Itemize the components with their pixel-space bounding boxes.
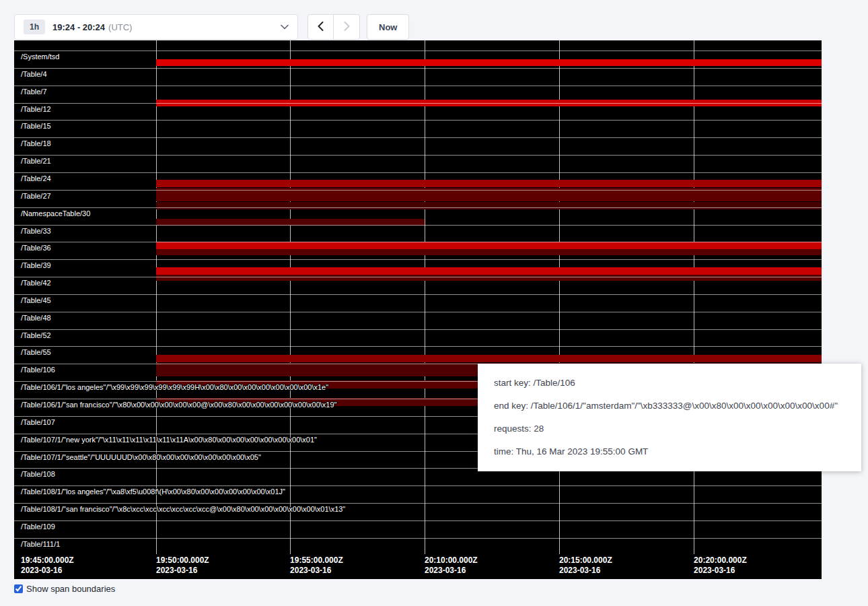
span-label: /Table/24	[21, 174, 51, 182]
axis-date: 2023-03-16	[156, 566, 209, 576]
span-row[interactable]: /Table/108/1/"los angeles"/"\xa8\xf5\u00…	[14, 485, 822, 503]
axis-time: 19:45:00.000Z	[21, 556, 74, 566]
range-duration-badge: 1h	[24, 20, 45, 34]
span-row[interactable]: /Table/108/1/"san francisco"/"\x8c\xcc\x…	[14, 503, 822, 520]
span-label: /Table/107	[21, 418, 55, 426]
span-row[interactable]: /Table/18	[14, 137, 822, 155]
span-boundary-line	[14, 346, 822, 347]
span-label: /Table/48	[21, 314, 51, 322]
span-label: /Table/12	[21, 105, 51, 113]
span-label: /Table/106/1/"los angeles"/"\x99\x99\x99…	[21, 383, 328, 391]
span-boundary-line	[14, 294, 822, 295]
range-text: 19:24 - 20:24	[52, 22, 105, 32]
chevron-left-icon	[318, 22, 324, 33]
next-interval-button[interactable]	[334, 14, 360, 40]
span-label: /Table/52	[21, 331, 51, 339]
timezone-label: (UTC)	[108, 22, 132, 32]
span-row[interactable]: /Table/33	[14, 225, 822, 242]
span-row[interactable]: /NamespaceTable/30	[14, 207, 822, 225]
span-label: /Table/111/1	[21, 540, 60, 548]
show-span-boundaries-checkbox[interactable]	[14, 584, 23, 593]
span-label: /Table/27	[21, 192, 51, 200]
span-row[interactable]: /Table/39	[14, 259, 822, 277]
span-row[interactable]: /Table/42	[14, 277, 822, 294]
chevron-down-icon	[281, 24, 289, 30]
span-boundary-line	[14, 329, 822, 330]
axis-date: 2023-03-16	[290, 566, 343, 576]
axis-time: 20:10:00.000Z	[425, 556, 478, 566]
span-boundary-line	[14, 120, 822, 121]
tooltip-time: time: Thu, 16 Mar 2023 19:55:00 GMT	[494, 440, 845, 463]
span-boundary-line	[14, 503, 822, 504]
span-row[interactable]: /Table/52	[14, 329, 822, 347]
span-label: /Table/108/1/"los angeles"/"\xa8\xf5\u00…	[21, 487, 285, 496]
time-axis-label: 19:50:00.000Z2023-03-16	[156, 556, 209, 576]
span-label: /Table/33	[21, 227, 51, 235]
span-boundary-line	[14, 50, 822, 51]
span-row[interactable]: /Table/7	[14, 86, 822, 103]
span-row[interactable]: /Table/36	[14, 242, 822, 259]
span-row[interactable]: /Table/48	[14, 312, 822, 329]
tooltip-requests: requests: 28	[494, 417, 845, 440]
span-label: /Table/106	[21, 366, 55, 374]
span-row[interactable]: /System/tsd	[14, 50, 822, 68]
span-label: /NamespaceTable/30	[21, 209, 90, 217]
span-boundary-line	[14, 103, 822, 104]
span-label: /Table/55	[21, 348, 51, 356]
span-boundary-line	[14, 86, 822, 86]
span-boundary-line	[14, 172, 822, 173]
span-row[interactable]: /Table/4	[14, 68, 822, 86]
span-row[interactable]: /Table/27	[14, 190, 822, 207]
span-boundary-line	[14, 190, 822, 191]
span-row[interactable]: /Table/21	[14, 155, 822, 172]
span-boundaries-control: Show span boundaries	[14, 584, 115, 594]
axis-time: 19:55:00.000Z	[290, 556, 343, 566]
axis-date: 2023-03-16	[425, 566, 478, 576]
time-range-selector[interactable]: 1h 19:24 - 20:24 (UTC)	[14, 14, 298, 40]
span-label: /Table/42	[21, 279, 51, 287]
span-boundary-line	[14, 68, 822, 69]
span-row[interactable]: /Table/109	[14, 520, 822, 538]
span-label: /Table/109	[21, 523, 55, 531]
span-boundary-line	[14, 312, 822, 312]
span-row[interactable]: /Table/111/1	[14, 538, 822, 556]
span-label: /Table/7	[21, 88, 47, 96]
span-label: /System/tsd	[21, 53, 59, 61]
span-row[interactable]: /Table/15	[14, 120, 822, 137]
span-label: /Table/108	[21, 470, 55, 478]
show-span-boundaries-label: Show span boundaries	[26, 584, 115, 594]
span-boundary-line	[14, 155, 822, 156]
span-label: /Table/45	[21, 296, 51, 304]
span-row[interactable]: /Table/12	[14, 103, 822, 121]
span-label: /Table/39	[21, 261, 51, 269]
hover-tooltip: start key: /Table/106 end key: /Table/10…	[478, 364, 861, 471]
tooltip-start-key: start key: /Table/106	[494, 372, 845, 395]
span-boundary-line	[14, 242, 822, 242]
time-axis-label: 20:10:00.000Z2023-03-16	[425, 556, 478, 576]
span-boundary-line	[14, 277, 822, 277]
prev-interval-button[interactable]	[308, 14, 334, 40]
span-boundary-line	[14, 485, 822, 486]
span-label: /Table/21	[21, 157, 51, 165]
span-boundary-line	[14, 520, 822, 521]
time-axis-label: 19:55:00.000Z2023-03-16	[290, 556, 343, 576]
span-label: /Table/107/1/"new york"/"\x11\x11\x11\x1…	[21, 436, 317, 444]
axis-date: 2023-03-16	[21, 566, 74, 576]
heatmap-canvas[interactable]: /System/tsd/Table/4/Table/7/Table/12/Tab…	[14, 40, 822, 579]
span-label: /Table/18	[21, 139, 51, 147]
span-boundary-line	[14, 538, 822, 539]
span-boundary-line	[14, 207, 822, 208]
span-row[interactable]: /Table/45	[14, 294, 822, 312]
time-axis-label: 19:45:00.000Z2023-03-16	[21, 556, 74, 576]
time-axis-label: 20:20:00.000Z2023-03-16	[694, 556, 747, 576]
time-axis-label: 20:15:00.000Z2023-03-16	[559, 556, 612, 576]
span-label: /Table/106/1/"san francisco"/"\x80\x00\x…	[21, 401, 337, 409]
span-label: /Table/36	[21, 244, 51, 252]
now-button[interactable]: Now	[367, 14, 409, 40]
axis-date: 2023-03-16	[559, 566, 612, 576]
span-row[interactable]: /Table/24	[14, 172, 822, 190]
span-boundary-line	[14, 137, 822, 138]
span-boundary-line	[14, 225, 822, 226]
span-row[interactable]: /Table/55	[14, 346, 822, 364]
axis-date: 2023-03-16	[694, 566, 747, 576]
